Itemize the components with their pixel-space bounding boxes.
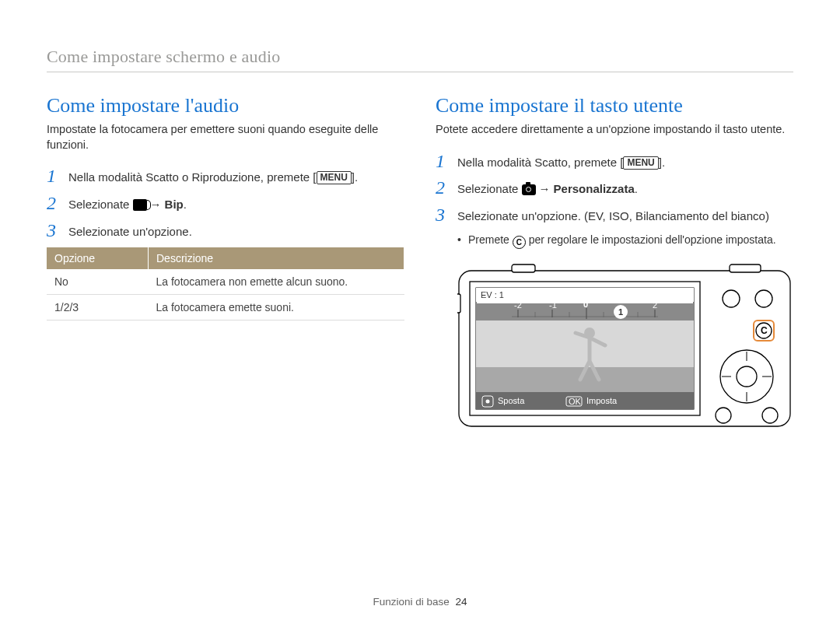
table-cell: La fotocamera emette suoni. bbox=[149, 295, 404, 321]
step-number: 2 bbox=[436, 178, 457, 197]
heading-userbtn: Come impostare il tasto utente bbox=[436, 94, 793, 117]
step-number: 3 bbox=[47, 221, 68, 240]
page-number: 24 bbox=[455, 596, 467, 608]
heading-audio: Come impostare l'audio bbox=[47, 94, 404, 117]
svg-rect-3 bbox=[457, 294, 460, 313]
options-table: Opzione Descrizione No La fotocamera non… bbox=[47, 247, 404, 321]
left-column: Come impostare l'audio Impostate la foto… bbox=[47, 94, 404, 431]
camera-illustration: EV : 1 -2 -1 0 1 bbox=[457, 263, 792, 428]
step-text: Selezionate un'opzione. (EV, ISO, Bilanc… bbox=[457, 209, 769, 222]
step-3-left: 3 Selezionate un'opzione. bbox=[47, 221, 404, 240]
sub-bullet: • Premete C per regolare le impostazioni… bbox=[457, 233, 793, 250]
step-2-right: 2 Selezionate →Personalizzata. bbox=[436, 178, 793, 198]
step-number: 1 bbox=[436, 152, 457, 170]
intro-userbtn: Potete accedere direttamente a un'opzion… bbox=[436, 122, 793, 138]
step-1-right: 1 Nella modalità Scatto, premete [MENU]. bbox=[436, 152, 793, 171]
step-text: Selezionate un'opzione. bbox=[68, 225, 192, 238]
svg-point-31 bbox=[723, 290, 740, 307]
bullet-text: Premete bbox=[468, 233, 513, 246]
table-header: Descrizione bbox=[149, 247, 404, 269]
c-button-label: C bbox=[761, 325, 768, 336]
step-1-left: 1 Nella modalità Scatto o Riproduzione, … bbox=[47, 166, 404, 186]
svg-point-32 bbox=[755, 290, 772, 307]
step-text: ]. bbox=[659, 156, 665, 169]
step-bold: Bip bbox=[165, 198, 184, 211]
step-bold: Personalizzata bbox=[554, 182, 635, 195]
ev-label: EV : 1 bbox=[481, 290, 504, 299]
sposta-label: Sposta bbox=[498, 396, 525, 405]
bullet-text: per regolare le impostazioni dell'opzion… bbox=[526, 233, 776, 246]
svg-text:-1: -1 bbox=[549, 300, 557, 310]
table-cell: La fotocamera non emette alcun suono. bbox=[149, 269, 404, 295]
svg-rect-1 bbox=[730, 264, 761, 272]
intro-audio: Impostate la fotocamera per emettere suo… bbox=[47, 122, 404, 152]
table-cell: 1/2/3 bbox=[47, 295, 149, 321]
step-text: Selezionate bbox=[457, 182, 522, 195]
footer-section: Funzioni di base bbox=[373, 596, 450, 608]
svg-text:1: 1 bbox=[618, 307, 623, 317]
step-3-right: 3 Selezionate un'opzione. (EV, ISO, Bila… bbox=[436, 205, 793, 225]
svg-point-28 bbox=[486, 400, 490, 404]
running-title: Come impostare schermo e audio bbox=[47, 47, 793, 72]
svg-point-42 bbox=[762, 408, 778, 423]
svg-text:0: 0 bbox=[583, 299, 588, 309]
page-footer: Funzioni di base 24 bbox=[0, 596, 840, 608]
step-text: . bbox=[635, 182, 638, 195]
step-text: Selezionate bbox=[68, 198, 133, 211]
svg-point-36 bbox=[737, 366, 757, 387]
step-number: 2 bbox=[47, 194, 68, 212]
imposta-label: Imposta bbox=[586, 396, 618, 405]
table-header: Opzione bbox=[47, 247, 149, 269]
step-text: ]. bbox=[352, 170, 358, 184]
svg-text:OK: OK bbox=[569, 397, 582, 406]
svg-point-41 bbox=[716, 408, 731, 423]
table-row: No La fotocamera non emette alcun suono. bbox=[47, 269, 404, 295]
step-number: 3 bbox=[436, 205, 457, 224]
table-row: 1/2/3 La fotocamera emette suoni. bbox=[47, 295, 404, 321]
c-button-inline-icon: C bbox=[513, 236, 526, 249]
step-number: 1 bbox=[47, 166, 68, 185]
table-cell: No bbox=[47, 269, 149, 295]
svg-text:2: 2 bbox=[653, 300, 657, 310]
step-text: Nella modalità Scatto o Riproduzione, pr… bbox=[68, 170, 317, 184]
sound-icon bbox=[133, 199, 147, 211]
bullet-icon: • bbox=[457, 233, 468, 250]
menu-icon: MENU bbox=[317, 171, 352, 184]
ok-icon: OK bbox=[566, 397, 582, 406]
svg-text:-2: -2 bbox=[514, 300, 522, 310]
right-column: Come impostare il tasto utente Potete ac… bbox=[436, 94, 793, 431]
step-text: Nella modalità Scatto, premete [ bbox=[457, 156, 623, 169]
camera-icon bbox=[522, 184, 536, 195]
svg-rect-2 bbox=[512, 264, 535, 272]
step-2-left: 2 Selezionate →Bip. bbox=[47, 194, 404, 213]
arrow-icon: → bbox=[536, 182, 554, 195]
svg-rect-23 bbox=[476, 321, 694, 367]
step-text: . bbox=[184, 198, 187, 211]
menu-icon: MENU bbox=[623, 156, 658, 170]
